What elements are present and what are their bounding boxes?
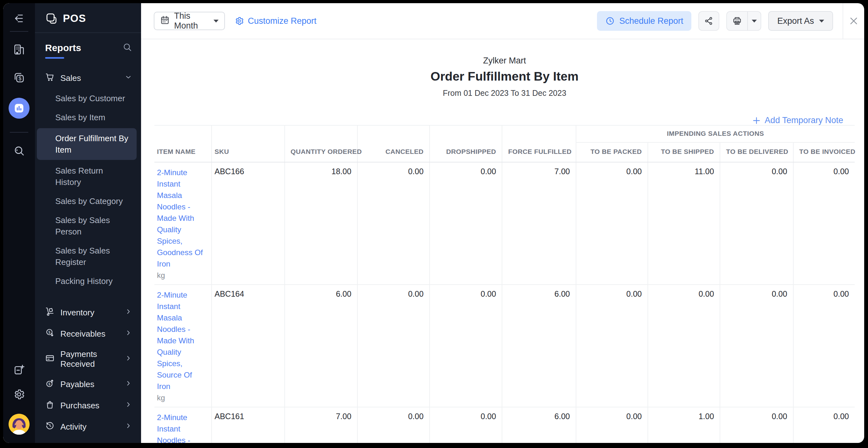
cart-icon bbox=[45, 72, 55, 84]
app-logo: POS bbox=[35, 3, 141, 32]
sidebar-item-activity[interactable]: Activity bbox=[35, 416, 141, 438]
close-icon bbox=[848, 15, 859, 26]
coin-arrow-down-icon: $ bbox=[45, 328, 55, 340]
add-temporary-note-label: Add Temporary Note bbox=[765, 115, 843, 125]
hand-truck-icon bbox=[45, 307, 55, 318]
sidebar-item-sales-return-history[interactable]: Sales Return History bbox=[37, 161, 136, 192]
item-sku: ABC164 bbox=[212, 285, 284, 407]
export-as-button[interactable]: Export As bbox=[768, 11, 833, 31]
close-report-button[interactable] bbox=[843, 3, 864, 39]
column-header-to-be-invoiced: TO BE INVOICED bbox=[793, 142, 855, 162]
column-header-to-be-packed: TO BE PACKED bbox=[576, 142, 648, 162]
sidebar-item-receivables[interactable]: $ Receivables bbox=[35, 323, 141, 345]
to-be-delivered-value: 0.00 bbox=[720, 407, 793, 443]
collapse-sidebar-icon[interactable] bbox=[13, 13, 25, 24]
item-unit: kg bbox=[157, 270, 206, 281]
header-spacer bbox=[502, 125, 576, 142]
canceled-value: 0.00 bbox=[358, 162, 430, 285]
to-be-shipped-value: 11.00 bbox=[648, 162, 720, 285]
table-row: 2-Minute Instant Noodles - Masalakg ABC1… bbox=[154, 407, 855, 443]
dropshipped-value: 0.00 bbox=[430, 285, 502, 407]
header-spacer bbox=[154, 125, 212, 142]
customize-report-button[interactable]: Customize Report bbox=[235, 16, 316, 26]
pos-logo-icon bbox=[45, 12, 58, 25]
item-name-link[interactable]: 2-Minute Instant Masala Noodles - Made W… bbox=[157, 289, 206, 392]
sidebar-item-sales[interactable]: Sales bbox=[35, 68, 141, 89]
schedule-report-button[interactable]: Schedule Report bbox=[597, 11, 691, 31]
to-be-packed-value: 0.00 bbox=[576, 162, 648, 285]
item-unit: kg bbox=[157, 392, 206, 404]
to-be-shipped-value: 1.00 bbox=[648, 407, 720, 443]
report-date-range: From 01 Dec 2023 To 31 Dec 2023 bbox=[154, 89, 855, 98]
item-name-link[interactable]: 2-Minute Instant Noodles - Masala bbox=[157, 412, 206, 443]
canceled-value: 0.00 bbox=[358, 285, 430, 407]
sidebar-item-purchases[interactable]: Purchases bbox=[35, 395, 141, 416]
to-be-packed-value: 0.00 bbox=[576, 407, 648, 443]
coin-arrow-up-icon: $ bbox=[45, 379, 55, 390]
sidebar-search-icon[interactable] bbox=[123, 42, 132, 53]
quantity-ordered-value: 6.00 bbox=[285, 285, 358, 407]
sidebar-item-payments-received[interactable]: Payments Received bbox=[35, 345, 141, 374]
sales-subitems: Sales by Customer Sales by Item Order Fu… bbox=[35, 89, 141, 290]
svg-text:$: $ bbox=[48, 330, 51, 334]
report-title: Order Fulfillment By Item bbox=[154, 69, 855, 83]
settings-gear-icon[interactable] bbox=[13, 388, 25, 401]
column-header-quantity-ordered: QUANTITY ORDERED bbox=[285, 142, 358, 162]
share-button[interactable] bbox=[698, 11, 719, 31]
print-button[interactable] bbox=[727, 12, 747, 30]
column-header-canceled: CANCELED bbox=[358, 142, 430, 162]
column-header-sku: SKU bbox=[212, 142, 284, 162]
quantity-ordered-value: 18.00 bbox=[285, 162, 358, 285]
add-temporary-note-button[interactable]: Add Temporary Note bbox=[752, 115, 843, 125]
table-row: 2-Minute Instant Masala Noodles - Made W… bbox=[154, 285, 855, 407]
company-name: Zylker Mart bbox=[154, 56, 855, 66]
quantity-ordered-value: 7.00 bbox=[285, 407, 358, 443]
header-spacer bbox=[358, 125, 430, 142]
money-icon[interactable]: $ bbox=[13, 71, 25, 84]
schedule-report-label: Schedule Report bbox=[619, 16, 683, 26]
header-spacer bbox=[212, 125, 284, 142]
sidebar-item-sales-by-customer[interactable]: Sales by Customer bbox=[37, 89, 136, 108]
sidebar-item-label: Activity bbox=[60, 422, 119, 432]
dropshipped-value: 0.00 bbox=[430, 407, 502, 443]
company-icon[interactable] bbox=[13, 43, 25, 56]
shopping-bag-icon bbox=[45, 400, 55, 412]
share-icon bbox=[704, 16, 714, 26]
sidebar-item-payables[interactable]: $ Payables bbox=[35, 374, 141, 395]
sidebar-item-sales-by-sales-person[interactable]: Sales by Sales Person bbox=[37, 211, 136, 241]
print-options-button[interactable] bbox=[747, 12, 761, 30]
search-icon[interactable] bbox=[13, 145, 25, 157]
sidebar-item-sales-by-category[interactable]: Sales by Category bbox=[37, 192, 136, 211]
item-sku: ABC166 bbox=[212, 162, 284, 285]
sidebar-item-order-fulfillment-by-item[interactable]: Order Fulfillment By Item bbox=[37, 128, 136, 160]
column-header-to-be-shipped: TO BE SHIPPED bbox=[648, 142, 720, 162]
sidebar-item-packing-history[interactable]: Packing History bbox=[37, 272, 136, 290]
sidebar-item-label: Payables bbox=[60, 379, 119, 389]
sidebar-item-label: Inventory bbox=[60, 308, 119, 318]
caret-down-icon bbox=[214, 20, 219, 23]
sidebar-item-inventory[interactable]: Inventory bbox=[35, 302, 141, 323]
chevron-right-icon bbox=[125, 379, 132, 389]
svg-text:$: $ bbox=[48, 382, 51, 386]
rail-divider bbox=[10, 132, 28, 133]
sidebar-item-sales-by-item[interactable]: Sales by Item bbox=[37, 108, 136, 127]
to-be-delivered-value: 0.00 bbox=[720, 285, 793, 407]
to-be-shipped-value: 0.00 bbox=[648, 285, 720, 407]
user-avatar[interactable] bbox=[8, 414, 30, 435]
app-window: $ POS Reports bbox=[3, 3, 864, 443]
period-select-value: This Month bbox=[174, 11, 209, 31]
report-content: Zylker Mart Order Fulfillment By Item Fr… bbox=[141, 39, 864, 443]
sidebar-item-label: Purchases bbox=[60, 401, 119, 411]
force-fulfilled-value: 7.00 bbox=[502, 162, 576, 285]
item-name-link[interactable]: 2-Minute Instant Masala Noodles - Made W… bbox=[157, 167, 206, 270]
chevron-right-icon bbox=[125, 422, 132, 432]
main-area: This Month Customize Report Schedule Rep… bbox=[141, 3, 864, 443]
column-header-dropshipped: DROPSHIPPED bbox=[430, 142, 502, 162]
sidebar-title: Reports bbox=[45, 42, 81, 53]
period-select[interactable]: This Month bbox=[154, 12, 225, 30]
sidebar-item-sales-by-sales-register[interactable]: Sales by Sales Register bbox=[37, 241, 136, 272]
reports-bar-chart-icon[interactable] bbox=[8, 98, 30, 119]
caret-down-icon bbox=[752, 20, 757, 23]
add-note-icon[interactable] bbox=[13, 364, 25, 376]
to-be-delivered-value: 0.00 bbox=[720, 162, 793, 285]
